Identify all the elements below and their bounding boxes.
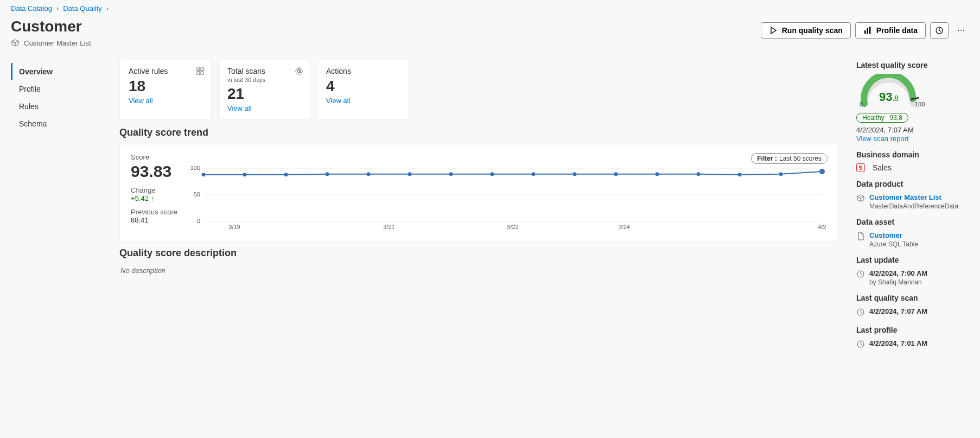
document-icon [856, 232, 865, 242]
svg-point-27 [656, 172, 659, 176]
last-update-by: by Shafiq Mannan [869, 278, 922, 286]
nav-overview[interactable]: Overview [11, 63, 109, 80]
svg-point-28 [697, 172, 701, 176]
clock-icon [856, 270, 865, 280]
trend-filter-prefix: Filter : [757, 155, 777, 162]
svg-point-31 [819, 169, 825, 174]
card-total-scans: Total scans in last 30 days 21 View all [218, 60, 310, 119]
trend-section-title: Quality score trend [119, 127, 839, 138]
package-icon [11, 39, 20, 47]
card-total-scans-sub: in last 30 days [227, 77, 301, 83]
nav-profile[interactable]: Profile [11, 80, 109, 98]
card-actions-value: 4 [326, 78, 400, 95]
trend-change-label: Change [131, 186, 180, 194]
trend-chart-svg: 0501003/193/213/223/244/2 [190, 166, 828, 231]
status-badge: Healthy 93.8 [856, 113, 908, 123]
profile-data-label: Profile data [876, 26, 918, 35]
history-icon [856, 340, 865, 350]
rules-icon [196, 67, 205, 75]
svg-point-25 [573, 172, 577, 176]
sales-badge-icon: S [856, 163, 865, 172]
status-value: 93.8 [890, 114, 902, 122]
svg-text:0: 0 [860, 101, 863, 107]
nav-rules[interactable]: Rules [11, 98, 109, 115]
data-asset-link[interactable]: Customer [869, 231, 902, 239]
business-domain-value: Sales [873, 163, 892, 172]
latest-scan-ts: 4/2/2024, 7:07 AM [856, 126, 967, 134]
page-subtitle: Customer Master List [24, 39, 91, 47]
svg-rect-2 [869, 27, 871, 34]
svg-text:100: 100 [190, 166, 200, 171]
card-total-scans-value: 21 [227, 85, 301, 103]
status-label: Healthy [862, 114, 884, 122]
run-quality-scan-button[interactable]: Run quality scan [761, 22, 851, 39]
svg-point-23 [491, 172, 494, 176]
more-actions-button[interactable]: ⋯ [953, 23, 969, 38]
chevron-right-icon: › [106, 4, 109, 12]
svg-text:3/22: 3/22 [507, 224, 518, 230]
history-button[interactable] [930, 22, 949, 39]
data-product-title: Data product [856, 180, 967, 188]
card-active-rules: Active rules 18 View all [119, 60, 212, 119]
trend-filter-pill[interactable]: Filter : Last 50 scores [751, 153, 828, 164]
desc-text: No description [119, 264, 839, 277]
more-horizontal-icon: ⋯ [957, 26, 965, 35]
svg-text:4/2: 4/2 [818, 224, 826, 230]
radar-icon [295, 67, 303, 75]
breadcrumb-data-catalog[interactable]: Data Catalog [11, 4, 52, 12]
run-quality-scan-label: Run quality scan [782, 26, 843, 35]
last-quality-scan-title: Last quality scan [856, 294, 967, 302]
business-domain-title: Business domain [856, 150, 967, 159]
data-product-link[interactable]: Customer Master List [869, 193, 941, 201]
breadcrumb-data-quality[interactable]: Data Quality [63, 4, 102, 12]
svg-point-30 [779, 172, 783, 176]
last-quality-scan-ts: 4/2/2024, 7:07 AM [869, 307, 927, 315]
bar-chart-icon [863, 26, 872, 35]
card-active-rules-value: 18 [129, 78, 202, 95]
profile-data-button[interactable]: Profile data [855, 22, 926, 39]
desc-section-title: Quality score description [119, 247, 839, 259]
svg-point-16 [202, 173, 206, 176]
chevron-right-icon: › [56, 4, 59, 12]
card-active-rules-title: Active rules [129, 67, 202, 75]
svg-rect-6 [197, 72, 200, 74]
svg-text:100: 100 [915, 101, 925, 107]
svg-point-24 [532, 172, 536, 176]
svg-rect-1 [867, 28, 868, 34]
last-update-ts: 4/2/2024, 7:00 AM [869, 269, 927, 277]
svg-point-17 [243, 173, 247, 176]
trend-filter-value: Last 50 scores [779, 155, 822, 162]
view-scan-report-link[interactable]: View scan report [856, 135, 909, 143]
card-actions: Actions 4 View all [317, 60, 409, 119]
card-actions-link[interactable]: View all [326, 97, 351, 105]
card-active-rules-link[interactable]: View all [129, 97, 153, 105]
data-asset-sub: Azure SQL Table [869, 240, 918, 248]
play-icon [769, 26, 778, 35]
data-product-sub: MasterDataAndReferenceData [869, 202, 958, 210]
right-panel: Latest quality score 0 100 93.8 Healthy … [850, 54, 969, 359]
history-icon [856, 308, 865, 318]
card-total-scans-link[interactable]: View all [227, 104, 252, 112]
svg-text:50: 50 [194, 191, 200, 198]
svg-point-21 [408, 172, 412, 176]
trend-change-value: +5.42 ↑ [131, 194, 180, 202]
svg-text:93.8: 93.8 [879, 90, 899, 104]
page-title: Customer [11, 18, 91, 35]
nav-schema[interactable]: Schema [11, 115, 109, 132]
last-profile-ts: 4/2/2024, 7:01 AM [869, 339, 927, 347]
svg-rect-4 [197, 68, 200, 71]
svg-rect-5 [201, 68, 203, 71]
svg-rect-0 [864, 30, 866, 34]
card-actions-title: Actions [326, 67, 400, 75]
svg-text:3/21: 3/21 [383, 224, 394, 230]
svg-text:0: 0 [197, 218, 200, 224]
trend-prev-label: Previous score [131, 208, 180, 216]
svg-text:3/19: 3/19 [228, 224, 240, 230]
breadcrumb: Data Catalog › Data Quality › [0, 0, 980, 17]
svg-point-18 [284, 173, 288, 176]
svg-point-29 [738, 173, 742, 176]
package-icon [856, 194, 865, 204]
trend-score-label: Score [131, 153, 180, 161]
gauge-icon: 0 100 93.8 [856, 74, 927, 109]
svg-point-26 [614, 172, 618, 176]
